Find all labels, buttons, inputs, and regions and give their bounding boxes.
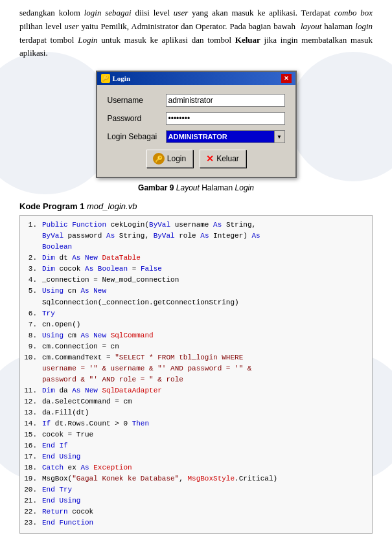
line-content: Try — [42, 308, 369, 319]
titlebar-left: 🔑 Login — [101, 74, 131, 83]
kode-program-title: Kode Program 1 mod_login.vb — [19, 201, 373, 211]
line-content: da.SelectCommand = cm — [42, 396, 369, 407]
line-number: 19. — [23, 473, 37, 484]
code-line: 18. Catch ex As Exception — [20, 462, 372, 473]
code-block: 1.Public Function cekLogin(ByVal usernam… — [19, 215, 373, 533]
code-line: 4. _connection = New_mod_connection — [20, 275, 372, 286]
line-content: End Using — [42, 451, 369, 462]
line-content: da.Fill(dt) — [42, 407, 369, 418]
dialog-close-button[interactable]: ✕ — [281, 74, 292, 83]
code-line: 16. End If — [20, 440, 372, 451]
line-number: 10. — [23, 352, 37, 363]
line-content: Dim dt As New DataTable — [42, 253, 369, 264]
dialog-icon: 🔑 — [101, 74, 110, 83]
password-input[interactable] — [166, 112, 285, 125]
code-line: 22. Return cocok — [20, 506, 372, 517]
code-line: 13. da.Fill(dt) — [20, 407, 372, 418]
line-content: End Try — [42, 484, 369, 495]
line-number: 18. — [23, 462, 37, 473]
code-line: ByVal password As String, ByVal role As … — [20, 231, 372, 242]
line-number: 11. — [23, 385, 37, 396]
line-content: Catch ex As Exception — [42, 462, 369, 473]
line-number: 5. — [23, 286, 37, 297]
line-number: 1. — [23, 220, 37, 231]
line-content: End Using — [42, 495, 369, 506]
line-number: 16. — [23, 440, 37, 451]
login-button-label: Login — [167, 154, 186, 163]
code-line: 6. Try — [20, 308, 372, 319]
line-number — [23, 242, 37, 253]
line-content: Using cn As New — [42, 286, 369, 297]
figure-caption: Gambar 9 Layout Halaman Login — [19, 183, 373, 192]
code-line: 3. Dim cocok As Boolean = False — [20, 264, 372, 275]
combo-value: ADMINISTRATOR — [167, 133, 274, 141]
line-number: 7. — [23, 319, 37, 330]
username-label: Username — [108, 96, 166, 105]
line-content: username = '" & username & "' AND passwo… — [42, 363, 369, 374]
line-number: 20. — [23, 484, 37, 495]
intro-paragraph: sedangkan kolom login sebagai diisi leve… — [19, 6, 373, 60]
code-line: 23. End Function — [20, 517, 372, 528]
line-content: ByVal password As String, ByVal role As … — [42, 231, 369, 242]
chevron-down-icon: ▼ — [274, 131, 284, 142]
line-content: cm.Connection = cn — [42, 341, 369, 352]
line-number: 15. — [23, 429, 37, 440]
line-number: 9. — [23, 341, 37, 352]
line-content: End If — [42, 440, 369, 451]
code-line: 20. End Try — [20, 484, 372, 495]
line-number: 13. — [23, 407, 37, 418]
line-number: 22. — [23, 506, 37, 517]
code-line: Boolean — [20, 242, 372, 253]
line-content: MsgBox("Gagal Konek ke Database", MsgBox… — [42, 473, 369, 484]
code-line: 8. Using cm As New SqlCommand — [20, 330, 372, 341]
line-content: End Function — [42, 517, 369, 528]
code-line: SqlConnection(_connection.getConnectionS… — [20, 297, 372, 308]
code-line: 1.Public Function cekLogin(ByVal usernam… — [20, 220, 372, 231]
login-button[interactable]: 🔑 Login — [146, 150, 193, 168]
line-number: 17. — [23, 451, 37, 462]
line-number: 12. — [23, 396, 37, 407]
line-content: password & "' AND role = " & role — [42, 374, 369, 385]
code-line: 12. da.SelectCommand = cm — [20, 396, 372, 407]
line-content: Dim cocok As Boolean = False — [42, 264, 369, 275]
code-line: 19. MsgBox("Gagal Konek ke Database", Ms… — [20, 473, 372, 484]
login-icon: 🔑 — [153, 153, 165, 164]
line-number: 3. — [23, 264, 37, 275]
line-content: Dim da As New SqlDataAdapter — [42, 385, 369, 396]
close-icon: ✕ — [206, 153, 214, 164]
code-line: username = '" & username & "' AND passwo… — [20, 363, 372, 374]
line-number: 14. — [23, 418, 37, 429]
password-label: Password — [108, 114, 166, 123]
line-content: Public Function cekLogin(ByVal username … — [42, 220, 369, 231]
code-line: 15. cocok = True — [20, 429, 372, 440]
line-content: cn.Open() — [42, 319, 369, 330]
username-input[interactable] — [166, 94, 285, 107]
code-line: 2. Dim dt As New DataTable — [20, 253, 372, 264]
role-combobox[interactable]: ADMINISTRATOR ▼ — [166, 130, 285, 143]
line-content: _connection = New_mod_connection — [42, 275, 369, 286]
password-row: Password — [108, 112, 285, 125]
code-line: 7. cn.Open() — [20, 319, 372, 330]
line-content: Using cm As New SqlCommand — [42, 330, 369, 341]
line-number — [23, 297, 37, 308]
keluar-button-label: Keluar — [216, 154, 239, 163]
dialog-container: 🔑 Login ✕ Username Password Login Sebaga… — [19, 71, 373, 178]
username-row: Username — [108, 94, 285, 107]
line-number — [23, 374, 37, 385]
code-line: 17. End Using — [20, 451, 372, 462]
line-content: If dt.Rows.Count > 0 Then — [42, 418, 369, 429]
line-number: 23. — [23, 517, 37, 528]
line-number: 6. — [23, 308, 37, 319]
line-number: 21. — [23, 495, 37, 506]
dialog-titlebar: 🔑 Login ✕ — [97, 72, 295, 85]
line-number: 2. — [23, 253, 37, 264]
line-number: 8. — [23, 330, 37, 341]
dialog-buttons: 🔑 Login ✕ Keluar — [108, 150, 285, 168]
dialog-title: Login — [113, 74, 131, 82]
line-content: cm.CommandText = "SELECT * FROM tbl_logi… — [42, 352, 369, 363]
code-line: 5. Using cn As New — [20, 286, 372, 297]
code-line: 11. Dim da As New SqlDataAdapter — [20, 385, 372, 396]
keluar-button[interactable]: ✕ Keluar — [200, 150, 246, 168]
line-content: Boolean — [42, 242, 369, 253]
code-line: 9. cm.Connection = cn — [20, 341, 372, 352]
